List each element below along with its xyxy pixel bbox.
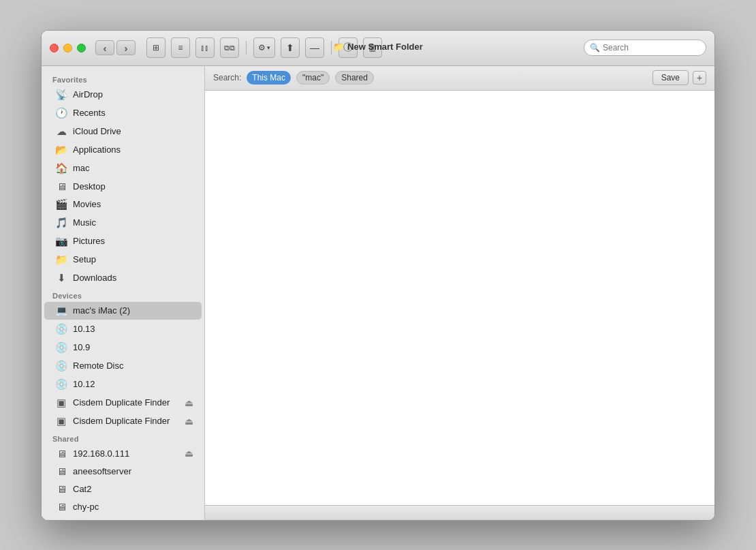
maximize-button[interactable] bbox=[77, 44, 86, 52]
token-mac-label: "mac" bbox=[302, 73, 324, 82]
token-this-mac-label: This Mac bbox=[252, 73, 285, 82]
computer-icon: 🖥 bbox=[55, 501, 67, 513]
sidebar-item-chy-pc[interactable]: 🖥 chy-pc bbox=[44, 498, 202, 515]
list-view-button[interactable]: ≡ bbox=[171, 37, 190, 58]
sidebar-item-label: Remote Disc bbox=[73, 361, 193, 371]
sidebar: Favorites 📡 AirDrop 🕐 Recents ☁ iCloud D… bbox=[42, 66, 205, 520]
main-content bbox=[205, 91, 714, 505]
sidebar-item-aneesoftserver[interactable]: 🖥 aneesoftserver bbox=[44, 463, 202, 480]
desktop-icon: 🖥 bbox=[55, 181, 67, 192]
back-button[interactable]: ‹ bbox=[95, 40, 114, 55]
computer-icon: 💻 bbox=[55, 305, 67, 317]
toolbar-right: 🔍 bbox=[584, 40, 706, 56]
disk-icon: 💿 bbox=[55, 341, 67, 354]
sidebar-item-label: aneesoftserver bbox=[73, 466, 193, 476]
sidebar-item-airdrop[interactable]: 📡 AirDrop bbox=[44, 86, 202, 104]
sidebar-item-label: iCloud Drive bbox=[73, 126, 193, 136]
sidebar-item-cat2[interactable]: 🖥 Cat2 bbox=[44, 480, 202, 498]
search-input[interactable] bbox=[603, 43, 700, 52]
back-icon: ‹ bbox=[104, 43, 107, 53]
eject-icon[interactable]: ⏏ bbox=[185, 416, 193, 427]
sidebar-section-favorites: Favorites bbox=[42, 72, 204, 85]
forward-icon: › bbox=[125, 43, 128, 53]
sidebar-item-label: Setup bbox=[73, 254, 193, 264]
sidebar-item-label: mac's iMac (2) bbox=[73, 305, 193, 316]
sidebar-item-label: Downloads bbox=[73, 273, 193, 283]
sidebar-item-label: mac bbox=[73, 163, 193, 173]
sidebar-item-disk-109[interactable]: 💿 10.9 bbox=[44, 339, 202, 356]
downloads-icon: ⬇ bbox=[55, 272, 67, 284]
applications-icon: 📂 bbox=[55, 144, 67, 156]
sidebar-item-192[interactable]: 🖥 192.168.0.111 ⏏ bbox=[44, 445, 202, 462]
sidebar-item-disk-1012[interactable]: 💿 10.12 bbox=[44, 376, 202, 393]
disk-icon: 💿 bbox=[55, 323, 67, 335]
sidebar-item-label: 10.13 bbox=[73, 324, 193, 334]
eject-icon[interactable]: ⏏ bbox=[185, 448, 193, 459]
titlebar: ‹ › ⊞ ≡ ⫿⫿ ⧉⧉ ⚙ ▾ ⬆ — bbox=[42, 31, 714, 66]
sidebar-item-cisdem2[interactable]: ▣ Cisdem Duplicate Finder ⏏ bbox=[44, 412, 202, 430]
sidebar-item-label: chy-pc bbox=[73, 502, 193, 512]
traffic-lights bbox=[50, 44, 86, 52]
add-button[interactable]: + bbox=[693, 71, 706, 85]
home-icon: 🏠 bbox=[55, 162, 67, 174]
tag-button[interactable]: — bbox=[305, 37, 324, 58]
share-icon: ⬆ bbox=[286, 42, 294, 53]
search-token-shared[interactable]: Shared bbox=[335, 71, 374, 85]
sidebar-item-label: Applications bbox=[73, 144, 193, 155]
minimize-button[interactable] bbox=[63, 44, 72, 52]
folder-icon: 📁 bbox=[55, 254, 67, 266]
eject-icon[interactable]: ⏏ bbox=[185, 397, 193, 408]
network-icon: 🖥 bbox=[55, 465, 67, 477]
sidebar-item-mac[interactable]: 🏠 mac bbox=[44, 159, 202, 177]
sidebar-item-music[interactable]: 🎵 Music bbox=[44, 214, 202, 232]
list-view-icon: ≡ bbox=[178, 43, 183, 52]
sidebar-item-label: AirDrop bbox=[73, 89, 193, 100]
token-shared-label: Shared bbox=[341, 73, 368, 82]
tag-icon: — bbox=[310, 42, 319, 53]
sidebar-item-label: Cisdem Duplicate Finder bbox=[73, 416, 179, 426]
search-bar[interactable]: 🔍 bbox=[584, 40, 706, 56]
sidebar-item-desktop[interactable]: 🖥 Desktop bbox=[44, 178, 202, 195]
airdrop-icon: 📡 bbox=[55, 89, 67, 101]
sidebar-item-icloud[interactable]: ☁ iCloud Drive bbox=[44, 123, 202, 140]
icloud-icon: ☁ bbox=[55, 125, 67, 138]
close-button[interactable] bbox=[50, 44, 59, 52]
action-button[interactable]: ⚙ ▾ bbox=[253, 37, 275, 58]
sidebar-item-disk-1013[interactable]: 💿 10.13 bbox=[44, 320, 202, 338]
icon-view-button[interactable]: ⊞ bbox=[146, 37, 166, 58]
search-label: Search: bbox=[213, 73, 241, 82]
search-token-mac[interactable]: "mac" bbox=[296, 71, 330, 85]
forward-button[interactable]: › bbox=[116, 40, 136, 55]
cover-view-icon: ⧉⧉ bbox=[224, 44, 235, 52]
column-view-button[interactable]: ⫿⫿ bbox=[195, 37, 215, 58]
sidebar-item-label: 10.9 bbox=[73, 342, 193, 352]
sidebar-item-label: Desktop bbox=[73, 181, 193, 192]
sidebar-item-pictures[interactable]: 📷 Pictures bbox=[44, 232, 202, 250]
sidebar-item-cisdem1[interactable]: ▣ Cisdem Duplicate Finder ⏏ bbox=[44, 394, 202, 412]
sidebar-item-remote-disc[interactable]: 💿 Remote Disc bbox=[44, 357, 202, 375]
sidebar-item-recents[interactable]: 🕐 Recents bbox=[44, 104, 202, 122]
music-icon: 🎵 bbox=[55, 217, 67, 229]
pictures-icon: 📷 bbox=[55, 235, 67, 247]
sidebar-item-label: Cisdem Duplicate Finder bbox=[73, 397, 179, 408]
sidebar-item-movies[interactable]: 🎬 Movies bbox=[44, 196, 202, 213]
sidebar-item-label: 10.12 bbox=[73, 379, 193, 389]
nav-buttons: ‹ › bbox=[95, 40, 136, 55]
share-button[interactable]: ⬆ bbox=[281, 37, 300, 58]
search-token-this-mac[interactable]: This Mac bbox=[247, 71, 291, 85]
computer-icon: 🖥 bbox=[55, 483, 67, 495]
window-title: New Smart Folder bbox=[347, 42, 423, 52]
sidebar-section-devices: Devices bbox=[42, 288, 204, 301]
search-area: Search: This Mac "mac" Shared Save + bbox=[205, 66, 714, 91]
toolbar-divider-1 bbox=[246, 41, 247, 55]
sidebar-item-label: Music bbox=[73, 217, 193, 228]
sidebar-section-shared: Shared bbox=[42, 431, 204, 444]
sidebar-item-mac-imac[interactable]: 💻 mac's iMac (2) bbox=[44, 302, 202, 320]
save-button[interactable]: Save bbox=[652, 70, 689, 85]
cover-view-button[interactable]: ⧉⧉ bbox=[220, 37, 239, 58]
status-bar bbox=[205, 505, 714, 520]
sidebar-item-downloads[interactable]: ⬇ Downloads bbox=[44, 269, 202, 287]
content-area: Favorites 📡 AirDrop 🕐 Recents ☁ iCloud D… bbox=[42, 66, 714, 520]
sidebar-item-setup[interactable]: 📁 Setup bbox=[44, 251, 202, 269]
sidebar-item-applications[interactable]: 📂 Applications bbox=[44, 141, 202, 159]
